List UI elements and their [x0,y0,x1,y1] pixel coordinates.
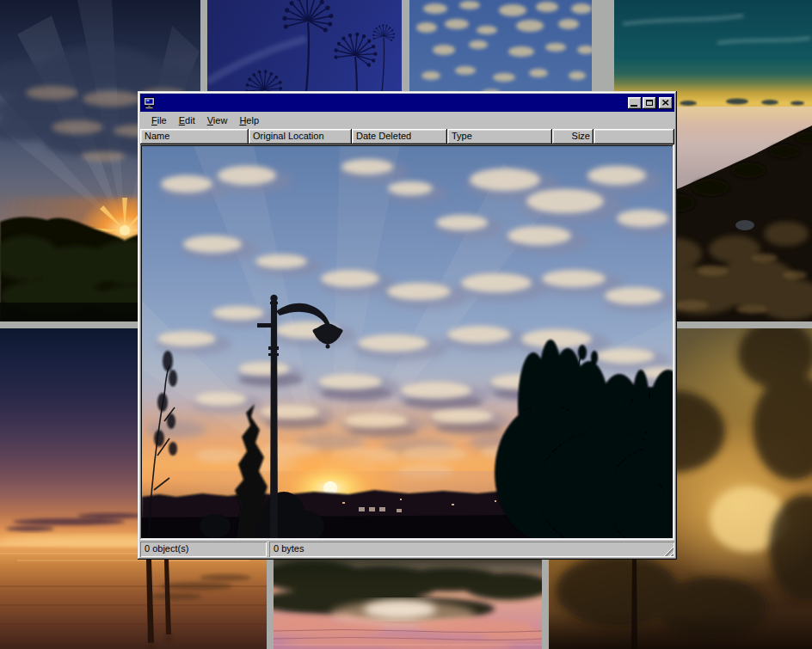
titlebar-buttons [628,97,673,109]
maximize-button[interactable] [643,97,656,109]
computer-monitor-icon[interactable] [143,96,157,110]
sunset-streetlamp-photo [142,146,673,538]
minimize-button[interactable] [628,97,642,109]
list-view[interactable] [140,144,674,540]
menu-help[interactable]: Help [233,113,265,127]
column-header-original-location[interactable]: Original Location [249,129,352,144]
status-size: 0 bytes [269,542,674,557]
recycle-bin-window: File Edit View Help Name Original Locati… [138,91,677,560]
close-button[interactable] [659,97,673,109]
menu-file[interactable]: File [145,113,173,127]
column-header-name[interactable]: Name [140,129,249,144]
column-header-date-deleted[interactable]: Date Deleted [352,129,447,144]
status-object-count: 0 object(s) [140,542,267,557]
menu-view[interactable]: View [201,113,234,127]
menu-bar: File Edit View Help [140,112,674,129]
minimize-icon [631,105,637,107]
close-icon [662,100,669,106]
window-titlebar[interactable] [140,94,674,112]
column-headers: Name Original Location Date Deleted Type… [140,129,674,144]
column-header-type[interactable]: Type [447,129,552,144]
column-header-filler[interactable] [594,129,674,144]
maximize-icon [646,100,653,106]
menu-edit[interactable]: Edit [173,113,201,127]
status-bar: 0 object(s) 0 bytes [140,542,674,557]
column-header-size[interactable]: Size [552,129,594,144]
